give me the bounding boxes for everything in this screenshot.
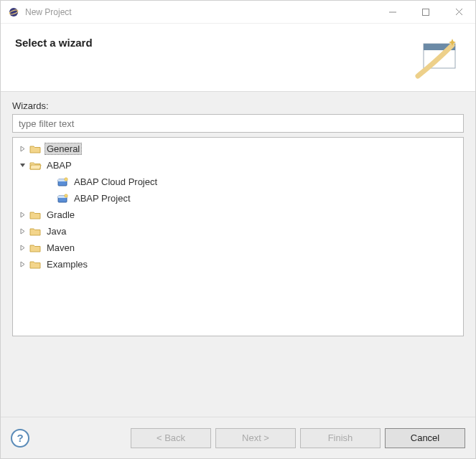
tree-item-label: General <box>45 143 82 155</box>
tree-item-label: Java <box>45 225 68 237</box>
folder-open-icon <box>29 159 42 172</box>
tree-item[interactable]: ABAP <box>13 157 463 174</box>
tree-item-label: Examples <box>45 258 90 270</box>
svg-rect-3 <box>423 9 429 15</box>
button-bar: < Back Next > Finish Cancel <box>131 428 465 448</box>
minimize-button[interactable] <box>376 1 409 23</box>
wizard-content: Wizards: General ABAP ABAP Cloud Project… <box>1 92 475 417</box>
chevron-right-icon[interactable] <box>17 144 27 154</box>
window-controls <box>376 1 475 23</box>
tree-item-label: Maven <box>45 242 77 254</box>
tree-item-label: Gradle <box>45 209 77 221</box>
project-icon <box>56 192 69 205</box>
next-button[interactable]: Next > <box>215 428 296 448</box>
tree-item-label: ABAP <box>45 159 74 171</box>
window-title: New Project <box>25 7 376 17</box>
eclipse-app-icon <box>8 6 19 18</box>
svg-point-10 <box>65 177 67 180</box>
wizards-label: Wizards: <box>12 100 464 111</box>
chevron-right-icon[interactable] <box>17 260 27 270</box>
chevron-down-icon[interactable] <box>17 161 27 171</box>
titlebar: New Project <box>1 1 475 24</box>
tree-item[interactable]: Java <box>13 223 463 240</box>
filter-input[interactable] <box>12 114 464 133</box>
finish-button[interactable]: Finish <box>300 428 381 448</box>
close-button[interactable] <box>442 1 475 23</box>
tree-item[interactable]: General <box>13 141 463 157</box>
folder-icon <box>29 209 42 222</box>
svg-point-13 <box>65 194 67 197</box>
tree-item-label: ABAP Project <box>72 192 133 204</box>
wizard-tree[interactable]: General ABAP ABAP Cloud Project ABAP Pro… <box>12 137 464 336</box>
project-icon <box>56 176 69 189</box>
tree-item[interactable]: ABAP Cloud Project <box>13 174 463 190</box>
folder-icon <box>29 143 42 156</box>
page-title: Select a wizard <box>15 37 93 49</box>
chevron-right-icon[interactable] <box>17 227 27 237</box>
wizard-banner-graphic <box>411 37 461 83</box>
back-button[interactable]: < Back <box>131 428 211 448</box>
folder-icon <box>29 242 42 255</box>
tree-item[interactable]: Gradle <box>13 207 463 223</box>
chevron-right-icon[interactable] <box>17 243 27 253</box>
maximize-button[interactable] <box>409 1 442 23</box>
wizard-footer: ? < Back Next > Finish Cancel <box>1 417 475 458</box>
folder-icon <box>29 258 42 271</box>
tree-item[interactable]: ABAP Project <box>13 190 463 207</box>
tree-item[interactable]: Maven <box>13 240 463 256</box>
chevron-right-icon[interactable] <box>17 210 27 220</box>
cancel-button[interactable]: Cancel <box>385 428 465 448</box>
wizard-header: Select a wizard <box>1 24 475 92</box>
tree-item[interactable]: Examples <box>13 256 463 273</box>
folder-icon <box>29 225 42 238</box>
tree-item-label: ABAP Cloud Project <box>72 176 159 188</box>
help-button[interactable]: ? <box>11 429 29 448</box>
